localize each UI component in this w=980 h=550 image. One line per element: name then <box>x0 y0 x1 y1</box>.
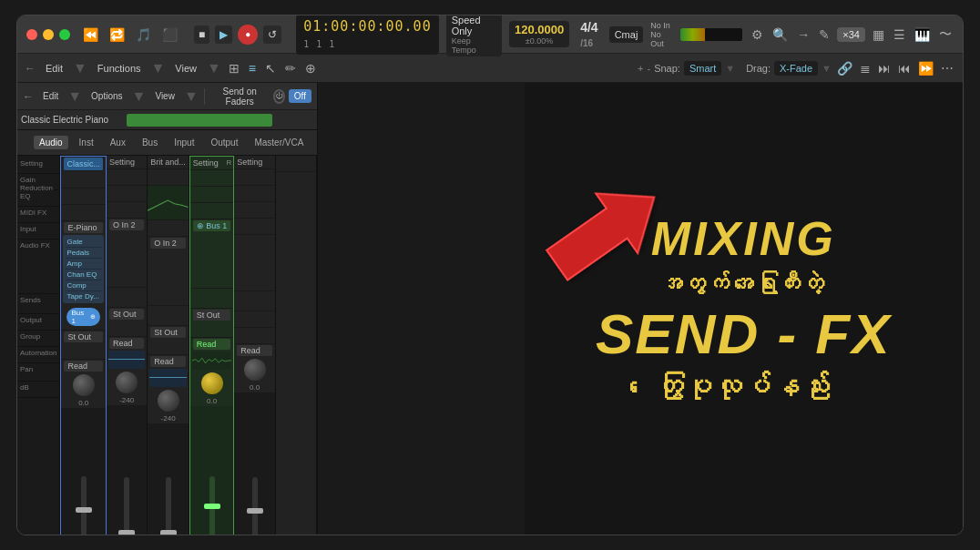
pencil-icon[interactable]: ✎ <box>819 27 830 42</box>
click-icon[interactable]: ⬛ <box>162 27 178 42</box>
minimize-button[interactable] <box>43 29 54 40</box>
record-button[interactable]: ● <box>238 25 258 45</box>
mixer-edit-menu[interactable]: Edit <box>37 89 64 103</box>
ch1-automation[interactable]: Read <box>64 361 103 372</box>
ch2-fader-thumb[interactable] <box>118 530 135 535</box>
off-button[interactable]: Off <box>289 89 311 103</box>
fx-chaneq[interactable]: Chan EQ <box>65 270 102 280</box>
ch3-fader-track[interactable] <box>166 477 171 535</box>
ch2-setting[interactable]: Setting <box>107 156 147 169</box>
plus-34-button[interactable]: ×34 <box>837 27 865 42</box>
draw-icon[interactable]: ✏ <box>285 61 296 76</box>
bus-tab[interactable]: Bus <box>137 136 163 149</box>
ch3-automation[interactable]: Read <box>150 356 186 367</box>
edit-menu[interactable]: Edit <box>41 61 67 76</box>
plus-icon[interactable]: + <box>638 63 643 74</box>
output-tab[interactable]: Output <box>205 136 243 149</box>
arrow-icon[interactable]: → <box>797 27 810 42</box>
loop-icon[interactable]: 🔁 <box>109 27 125 42</box>
ch4-pan-knob[interactable] <box>201 372 223 394</box>
skip-icon[interactable]: ⏭ <box>878 61 891 76</box>
ch1-input[interactable]: E-Piano <box>64 222 103 233</box>
fx-pedals[interactable]: Pedals <box>65 248 102 259</box>
ch1-fader-thumb[interactable] <box>76 507 92 513</box>
ch2-input[interactable]: O In 2 <box>109 219 144 230</box>
fx-gate[interactable]: Gate <box>65 237 102 248</box>
ch3-setting[interactable]: Brit and... <box>148 156 189 169</box>
level-meter <box>680 28 743 41</box>
send-faders-menu[interactable]: Send on Faders <box>209 85 269 108</box>
wave-icon[interactable]: 〜 <box>939 26 952 43</box>
marquee-icon[interactable]: ⊕ <box>305 61 316 76</box>
mixer-options-menu[interactable]: Options <box>86 89 128 103</box>
ch4-fader[interactable]: R <box>190 406 234 535</box>
ch4-input[interactable]: ⊕ Bus 1 <box>193 220 231 231</box>
mixer-back-icon[interactable]: ← <box>23 90 34 103</box>
functions-menu[interactable]: Functions <box>93 61 146 76</box>
piano-icon[interactable]: 🎹 <box>914 27 930 42</box>
bus1-badge[interactable]: Bus 1 ⊕ <box>66 308 100 326</box>
fx-tapedyn[interactable]: Tape Dy... <box>65 291 102 301</box>
dots-icon[interactable]: ⋯ <box>941 61 954 76</box>
list-view-icon[interactable]: ≡ <box>249 61 256 76</box>
forward-icon[interactable]: ⏩ <box>918 61 934 76</box>
settings2-icon[interactable]: ≣ <box>860 61 871 76</box>
master-tab[interactable]: Master/VCA <box>249 136 309 149</box>
power-button[interactable]: ⏻ <box>273 89 285 104</box>
cursor-icon[interactable]: ↖ <box>265 61 276 76</box>
ch4-automation[interactable]: Read <box>193 339 231 350</box>
ch4-fader-thumb[interactable] <box>204 504 220 509</box>
grid-view-icon[interactable]: ⊞ <box>229 61 240 76</box>
ch2-pan-knob[interactable] <box>116 372 138 393</box>
ch5-pan-knob[interactable] <box>244 359 266 381</box>
view-menu[interactable]: View <box>170 61 201 76</box>
ch1-output[interactable]: St Out <box>64 331 103 342</box>
snap-value[interactable]: Smart <box>684 61 721 76</box>
close-button[interactable] <box>26 29 37 40</box>
settings-icon[interactable]: ⚙ <box>751 27 763 42</box>
ch2-fader[interactable] <box>107 405 147 535</box>
ch5-automation[interactable]: Read <box>237 345 271 356</box>
back-arrow-icon[interactable]: ← <box>25 62 36 75</box>
ch4-fader-track[interactable] <box>209 476 215 535</box>
grid-icon[interactable]: ▦ <box>873 27 884 42</box>
rewind-icon[interactable]: ⏪ <box>83 27 98 42</box>
play-button[interactable]: ▶ <box>215 25 232 44</box>
ch3-fader[interactable] <box>148 423 189 535</box>
time-sub: /16 <box>580 38 593 48</box>
ch3-input[interactable]: O In 2 <box>150 238 186 249</box>
ch3-output[interactable]: St Out <box>150 327 186 338</box>
stop-button[interactable]: ■ <box>194 25 209 44</box>
ch2-output[interactable]: St Out <box>109 309 144 320</box>
ch5-output <box>234 311 274 328</box>
ch1-fader-track[interactable] <box>81 476 87 535</box>
ch1-pan-knob[interactable] <box>73 374 95 396</box>
metronome-icon[interactable]: 🎵 <box>136 27 151 42</box>
ch5-fader-track[interactable] <box>252 477 258 535</box>
ch1-fader[interactable] <box>61 408 106 535</box>
fx-amp[interactable]: Amp <box>65 259 102 270</box>
ch3-fader-thumb[interactable] <box>160 530 177 535</box>
minus-icon[interactable]: - <box>647 63 650 74</box>
input-tab[interactable]: Input <box>168 136 199 149</box>
ch1-setting[interactable]: Classic... <box>64 158 103 171</box>
aux-tab[interactable]: Aux <box>105 136 131 149</box>
ch3-pan-knob[interactable] <box>158 390 179 412</box>
list-icon[interactable]: ☰ <box>893 27 905 42</box>
back2-icon[interactable]: ⏮ <box>898 61 911 76</box>
drag-value[interactable]: X-Fade <box>774 61 818 76</box>
ch5-fader-thumb[interactable] <box>247 508 263 514</box>
ch5-fader[interactable] <box>234 392 274 535</box>
link-icon[interactable]: 🔗 <box>837 61 852 76</box>
maximize-button[interactable] <box>59 29 70 40</box>
ch2-fader-track[interactable] <box>124 477 129 535</box>
zoom-icon[interactable]: 🔍 <box>772 27 788 42</box>
mixer-view-menu[interactable]: View <box>149 89 180 103</box>
fx-comp[interactable]: Comp <box>65 280 102 291</box>
ch2-automation[interactable]: Read <box>109 338 144 349</box>
ch4-output[interactable]: St Out <box>193 310 231 321</box>
audio-tab[interactable]: Audio <box>34 136 68 149</box>
inst-tab[interactable]: Inst <box>74 136 99 149</box>
ch5-setting[interactable]: Setting <box>234 156 274 169</box>
cycle-button[interactable]: ↺ <box>263 25 281 44</box>
